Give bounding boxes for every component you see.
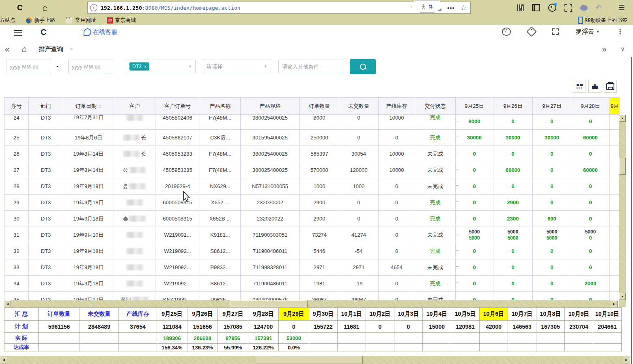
horizontal-scrollbar[interactable]: ◀ ▶ xyxy=(4,300,618,307)
table-row[interactable]: 29DT319年9月18日6000508315X652 ...232020002… xyxy=(4,195,620,211)
cell: 380025400025 xyxy=(241,162,300,178)
cell: 2971 xyxy=(300,259,339,276)
bookmark-jd[interactable]: JD京东商城 xyxy=(107,17,136,24)
rate-label: 达成率 xyxy=(4,344,39,351)
day-cell: 0 xyxy=(571,146,610,162)
date-to-input[interactable] xyxy=(68,60,113,73)
table-row[interactable]: 30DT319年9月18日泰6000508315X652B ...2320200… xyxy=(4,211,620,227)
col-header-7: 订单数量 xyxy=(300,98,339,115)
cell: DT3 xyxy=(29,115,63,130)
table-row[interactable]: 25DT319年8月6日长4505862107C3K后...3015954000… xyxy=(4,130,620,146)
cell: 0 xyxy=(379,195,415,211)
scroll-tabs-right-icon[interactable]: » xyxy=(602,45,607,54)
day-cell: 0 xyxy=(533,243,571,259)
table-row[interactable]: 31DT319年9月10日W219091...K9181...711900303… xyxy=(4,227,620,243)
cell: 0 xyxy=(379,178,415,195)
screenshot-icon[interactable] xyxy=(564,4,572,12)
tag-icon[interactable] xyxy=(526,26,536,36)
rate-value xyxy=(536,344,565,351)
summary-col-header: 订单数量 xyxy=(39,308,80,321)
library-icon[interactable] xyxy=(517,4,524,11)
app-refresh-icon[interactable]: C xyxy=(41,28,46,37)
hamburger-menu-icon[interactable]: ☰ xyxy=(618,3,625,12)
menu-fold-icon[interactable] xyxy=(14,30,22,36)
grid-toolbar xyxy=(0,76,633,97)
cell: 711900303051 xyxy=(241,227,300,243)
col-header-2[interactable]: 订单日期▲▼ xyxy=(63,98,114,115)
day-cell: 600 xyxy=(533,211,571,227)
scroll-left-icon[interactable]: ◀ xyxy=(4,300,11,307)
search-button[interactable] xyxy=(350,59,376,74)
user-menu[interactable]: 罗浮云 ▼ xyxy=(576,28,600,36)
print-button[interactable] xyxy=(604,80,617,93)
sort-icon[interactable]: ▲▼ xyxy=(99,104,101,108)
column-settings-button[interactable] xyxy=(573,80,586,93)
plan-value: 0 xyxy=(279,321,309,333)
window-scroll-thumb[interactable] xyxy=(256,356,363,364)
home-tab-icon[interactable]: ⌂ xyxy=(22,44,27,54)
col-header-11: 9月25日 xyxy=(456,98,493,115)
bookmark-official-site[interactable]: 官方站点 xyxy=(0,17,15,24)
theme-palette-icon[interactable] xyxy=(502,28,511,36)
vertical-scroll-thumb[interactable] xyxy=(619,158,626,175)
table-row[interactable]: 24DT319年7月31日4505802406F7(48M...38002540… xyxy=(4,115,620,130)
date-from-input[interactable] xyxy=(6,60,51,73)
plan-value: 2848489 xyxy=(80,321,119,333)
horizontal-scroll-thumb[interactable] xyxy=(230,300,308,307)
scroll-left-icon[interactable]: ◀ xyxy=(0,356,7,364)
browser-toolbar: C ⌂ i 192.168.1.250:8080/MES/index/homep… xyxy=(0,0,633,15)
redacted-customer xyxy=(126,248,143,254)
chat-icon[interactable] xyxy=(580,5,588,11)
col-header-8: 未交数量 xyxy=(339,98,379,115)
home-icon[interactable]: ⌂ xyxy=(40,2,50,13)
customer-cell: 泰 xyxy=(114,211,155,227)
page-actions-icon[interactable]: ••• xyxy=(447,4,455,11)
table-row[interactable]: 32DT319年9月18日W219092...S8612...711900486… xyxy=(4,243,620,259)
scroll-tabs-left-icon[interactable]: « xyxy=(5,45,9,54)
scroll-up-icon[interactable]: ▲ xyxy=(619,115,626,122)
scroll-down-icon[interactable]: ▼ xyxy=(619,293,626,300)
table-row[interactable]: 33DT319年9月18日W219092...P9832...711998328… xyxy=(4,259,620,276)
col-header-label: 产品名称 xyxy=(210,103,231,109)
service-icon xyxy=(84,28,91,36)
online-service-link[interactable]: 在线客服 xyxy=(84,28,117,36)
dept-chip[interactable]: DT3 × xyxy=(129,62,149,71)
bookmark-getting-started[interactable]: 新手上路 xyxy=(26,17,55,24)
scroll-right-icon[interactable]: ▶ xyxy=(611,300,618,307)
scroll-right-icon[interactable]: ▶ xyxy=(623,356,630,364)
cell: -19 xyxy=(339,276,379,292)
site-info-icon[interactable]: i xyxy=(90,4,97,11)
tab-close-icon[interactable]: × xyxy=(70,46,73,52)
table-row[interactable]: 34DT319年9月18日W219092...S8612...711900486… xyxy=(4,276,620,292)
fullscreen-icon[interactable] xyxy=(552,28,559,35)
chip-close-icon[interactable]: × xyxy=(144,64,146,69)
undo-icon[interactable]: ↶ xyxy=(596,3,602,12)
reload-glyph: C xyxy=(17,3,24,13)
reload-icon[interactable]: C xyxy=(15,2,25,13)
status-select[interactable]: 请选择 ▼ xyxy=(203,60,271,73)
account-icon[interactable] xyxy=(548,4,556,12)
department-multiselect[interactable]: DT3 × ▼ xyxy=(126,60,196,73)
tab-production-query[interactable]: 排产查询 × xyxy=(39,45,73,53)
cell: 24 xyxy=(4,115,29,130)
cell: 4505953283 xyxy=(155,146,200,162)
sidebar-icon[interactable] xyxy=(532,4,540,11)
other-condition-input[interactable] xyxy=(278,60,344,73)
day-cell: 60000 xyxy=(493,162,533,178)
table-row[interactable]: 27DT319年8月14日公4505953285F7(48M...3800254… xyxy=(4,162,620,178)
cell: 27 xyxy=(4,162,29,178)
rate-value: 156.34% xyxy=(157,344,187,351)
bookmark-common-sites[interactable]: 常用网址 xyxy=(66,17,96,24)
cell: DT3 xyxy=(29,146,63,162)
table-row[interactable]: 28DT319年9月19日娄2019629-4NX629...N57131000… xyxy=(4,178,620,195)
collapse-panel-icon[interactable]: ∨ xyxy=(620,45,625,53)
vertical-scrollbar[interactable]: ▲ ▼ xyxy=(619,115,626,300)
mobile-bookmarks[interactable]: 移动设备上的书签 xyxy=(578,17,627,24)
more-vertical-icon[interactable]: ⋮ xyxy=(617,28,623,36)
export-button[interactable] xyxy=(588,80,601,93)
actual-value xyxy=(508,333,536,344)
table-row[interactable]: 26DT319年8月14日长4505953283F7(48M...3800254… xyxy=(4,146,620,162)
bookmark-star-icon[interactable]: ☆ xyxy=(461,3,467,12)
cell: 2971 xyxy=(339,259,379,276)
window-horizontal-scrollbar[interactable]: ◀ ▶ xyxy=(0,356,630,364)
